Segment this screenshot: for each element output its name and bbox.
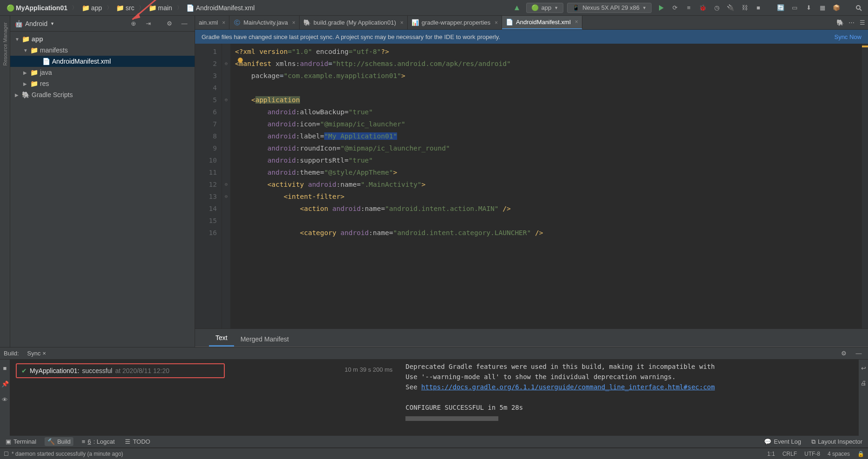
avd-manager-button[interactable]: ▭ xyxy=(789,2,800,13)
stop-icon[interactable]: ■ xyxy=(0,362,11,374)
run-config-dropdown[interactable]: 🟢 app ▼ xyxy=(526,3,564,13)
tree-app[interactable]: ▼📁app xyxy=(10,33,195,45)
more-tabs-icon[interactable]: ⋯ xyxy=(846,17,857,28)
pin-icon[interactable]: 📌 xyxy=(0,378,11,389)
balloon-icon: 💬 xyxy=(764,438,771,445)
lock-icon[interactable]: 🔒 xyxy=(857,451,864,457)
indent[interactable]: 4 spaces xyxy=(828,451,850,457)
stop-button[interactable]: ■ xyxy=(753,2,764,13)
apply-code-button[interactable]: ≡ xyxy=(683,2,694,13)
subtab-text[interactable]: Text xyxy=(209,330,234,347)
sync-now-link[interactable]: Sync Now xyxy=(834,33,861,40)
make-project-button[interactable] xyxy=(511,2,522,13)
tree-manifests[interactable]: ▼📁manifests xyxy=(10,45,195,56)
scrollbar-horizontal[interactable] xyxy=(405,416,498,421)
folder-icon: 📁 xyxy=(30,80,38,87)
tab-build[interactable]: 🔨Build xyxy=(45,437,73,446)
project-view-selector[interactable]: 🤖 Android ▼ xyxy=(15,20,54,27)
gear-icon[interactable]: ⚙ xyxy=(838,348,849,359)
collapse-icon[interactable]: ⇥ xyxy=(143,18,154,29)
close-icon[interactable]: × xyxy=(400,20,404,26)
resource-manager-tab[interactable]: Resource Manager xyxy=(2,20,8,69)
resource-manager-button[interactable]: ▦ xyxy=(817,2,828,13)
tab-eventlog[interactable]: 💬Event Log xyxy=(762,438,803,445)
android-icon: 🤖 xyxy=(15,20,22,27)
folder-icon: 📁 xyxy=(117,4,124,12)
bottom-tool-tabs: ▣Terminal 🔨Build ≡6: Logcat ☰TODO 💬Event… xyxy=(0,436,868,448)
gradle-icon[interactable]: 🐘 xyxy=(835,17,846,28)
tab-manifest[interactable]: 📄AndroidManifest.xml× xyxy=(502,16,582,30)
build-console[interactable]: Deprecated Gradle features were used in … xyxy=(402,360,859,436)
tree-manifest-file[interactable]: 📄AndroidManifest.xml xyxy=(10,56,195,67)
android-profiler-button[interactable]: ⛓ xyxy=(739,2,750,13)
box-icon[interactable]: 📦 xyxy=(831,2,842,13)
eye-icon[interactable]: 👁 xyxy=(0,394,11,405)
error-stripe[interactable] xyxy=(861,44,868,328)
svg-point-0 xyxy=(856,6,860,9)
build-label: Build: xyxy=(4,350,19,357)
print-icon[interactable]: 🖨 xyxy=(858,377,868,388)
target-icon[interactable]: ⊕ xyxy=(128,18,139,29)
close-icon[interactable]: × xyxy=(222,20,225,26)
tab-ainxml[interactable]: ain.xml× xyxy=(195,16,229,30)
tab-terminal[interactable]: ▣Terminal xyxy=(4,438,38,445)
overflow-icon[interactable]: ☰ xyxy=(857,17,868,28)
debug-button[interactable]: 🐞 xyxy=(697,2,708,13)
soft-wrap-icon[interactable]: ↩ xyxy=(858,362,868,374)
android-icon: 🟢 xyxy=(7,4,14,12)
tab-wrapper-props[interactable]: 📊gradle-wrapper.properties× xyxy=(408,16,502,30)
search-button[interactable] xyxy=(853,2,864,13)
bc-file[interactable]: 📄AndroidManifest.xml xyxy=(184,3,258,13)
tab-mainactivity[interactable]: ⒸMainActivity.java× xyxy=(229,16,300,30)
hide-icon[interactable]: — xyxy=(179,18,190,29)
sdk-manager-button[interactable]: ⬇ xyxy=(803,2,814,13)
close-icon[interactable]: × xyxy=(292,20,295,26)
sync-gradle-button[interactable]: 🔄 xyxy=(775,2,786,13)
fold-gutter[interactable]: ⊖⊖⊖⊖ xyxy=(222,44,230,328)
bc-project[interactable]: 🟢MyApplication01 xyxy=(4,3,70,13)
project-tree: ▼📁app ▼📁manifests 📄AndroidManifest.xml ▶… xyxy=(10,32,195,347)
code-content[interactable]: <?xml version="1.0" encoding="utf-8"?> ●… xyxy=(230,44,861,328)
caret-position[interactable]: 1:1 xyxy=(767,451,775,457)
code-editor[interactable]: 12345678910111213141516 ⊖⊖⊖⊖ <?xml versi… xyxy=(195,44,868,328)
tab-layout-inspector[interactable]: ⧉Layout Inspector xyxy=(809,438,864,446)
status-icon[interactable]: ☐ xyxy=(4,451,9,457)
bc-main[interactable]: 📁main xyxy=(146,3,175,13)
toolbar: 🟢MyApplication01 〉 📁app 〉 📁src 〉 📁main 〉… xyxy=(0,0,868,16)
bc-src[interactable]: 📁src xyxy=(114,3,137,13)
line-ending[interactable]: CRLF xyxy=(783,451,797,457)
tab-todo[interactable]: ☰TODO xyxy=(123,438,152,445)
build-result-item[interactable]: ✔ MyApplication01: successful at 2020/8/… xyxy=(16,363,225,378)
tree-res[interactable]: ▶📁res xyxy=(10,78,195,89)
tab-logcat[interactable]: ≡6: Logcat xyxy=(80,438,117,445)
run-button[interactable] xyxy=(655,2,666,13)
tree-gradle-scripts[interactable]: ▶🐘Gradle Scripts xyxy=(10,89,195,100)
layout-icon: ⧉ xyxy=(811,438,816,446)
apply-changes-button[interactable]: ⟳ xyxy=(669,2,680,13)
build-tab-sync[interactable]: Sync× xyxy=(25,350,49,357)
attach-debugger-button[interactable]: 🔌 xyxy=(725,2,736,13)
subtab-merged[interactable]: Merged Manifest xyxy=(234,332,295,347)
gradle-docs-link[interactable]: https://docs.gradle.org/6.1.1/userguide/… xyxy=(421,383,715,391)
close-icon[interactable]: × xyxy=(495,20,498,26)
gear-icon[interactable]: ⚙ xyxy=(164,18,175,29)
tree-java[interactable]: ▶📁java xyxy=(10,67,195,78)
editor: ain.xml× ⒸMainActivity.java× 🐘build.grad… xyxy=(195,16,868,347)
sync-banner: Gradle files have changed since last pro… xyxy=(195,30,868,44)
chevron-down-icon: ▼ xyxy=(50,21,54,26)
chevron-icon: 〉 xyxy=(72,4,77,11)
tab-buildgradle[interactable]: 🐘build.gradle (My Application01)× xyxy=(300,16,408,30)
profile-button[interactable]: ◷ xyxy=(711,2,722,13)
device-dropdown[interactable]: 📱 Nexus 5X API 29 x86 ▼ xyxy=(567,3,652,13)
encoding[interactable]: UTF-8 xyxy=(804,451,820,457)
close-icon[interactable]: × xyxy=(42,350,46,357)
lint-warning-icon[interactable]: ● xyxy=(238,53,243,66)
java-class-icon: Ⓒ xyxy=(233,19,241,26)
hide-icon[interactable]: — xyxy=(853,348,864,359)
close-icon[interactable]: × xyxy=(575,19,578,25)
build-right-gutter: ↩ 🖨 xyxy=(859,360,868,436)
hammer-icon: 🔨 xyxy=(47,438,55,445)
editor-subtabs: Text Merged Manifest xyxy=(195,328,868,347)
bc-app[interactable]: 📁app xyxy=(79,3,104,13)
logcat-icon: ≡ xyxy=(82,438,85,445)
